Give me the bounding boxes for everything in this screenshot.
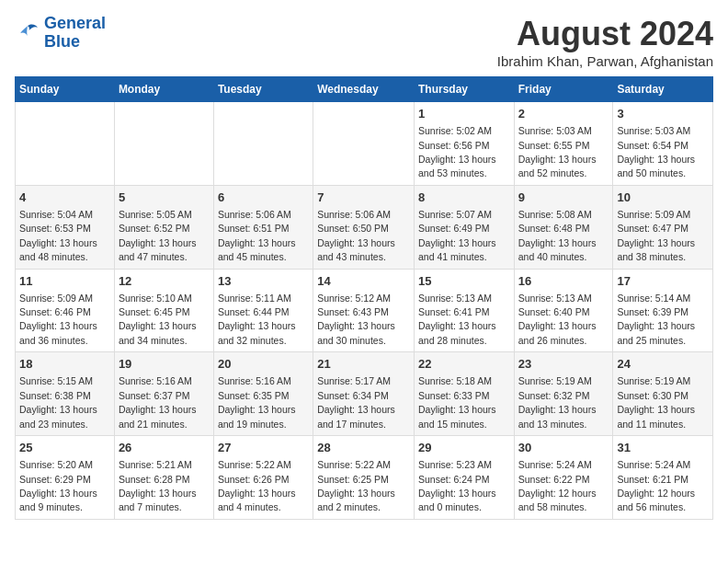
day-info: Sunrise: 5:20 AM Sunset: 6:29 PM Dayligh… [19, 459, 97, 512]
day-cell: 17Sunrise: 5:14 AM Sunset: 6:39 PM Dayli… [613, 269, 713, 352]
day-cell: 1Sunrise: 5:02 AM Sunset: 6:56 PM Daylig… [414, 102, 514, 186]
day-cell [16, 102, 115, 186]
day-number: 1 [418, 106, 510, 122]
day-info: Sunrise: 5:13 AM Sunset: 6:40 PM Dayligh… [518, 293, 597, 346]
day-number: 24 [617, 356, 709, 373]
day-cell: 7Sunrise: 5:06 AM Sunset: 6:50 PM Daylig… [313, 185, 415, 269]
day-cell: 21Sunrise: 5:17 AM Sunset: 6:34 PM Dayli… [313, 352, 415, 436]
header-cell-tuesday: Tuesday [213, 77, 313, 102]
day-number: 29 [418, 440, 510, 456]
day-number: 13 [218, 273, 309, 290]
calendar-body: 1Sunrise: 5:02 AM Sunset: 6:56 PM Daylig… [16, 102, 713, 520]
day-info: Sunrise: 5:22 AM Sunset: 6:25 PM Dayligh… [317, 459, 395, 512]
day-info: Sunrise: 5:17 AM Sunset: 6:34 PM Dayligh… [317, 375, 395, 429]
day-number: 6 [218, 190, 309, 206]
day-number: 9 [518, 190, 609, 206]
day-number: 5 [119, 190, 210, 206]
day-info: Sunrise: 5:22 AM Sunset: 6:26 PM Dayligh… [218, 459, 296, 512]
day-info: Sunrise: 5:23 AM Sunset: 6:24 PM Dayligh… [418, 459, 496, 512]
header-cell-monday: Monday [114, 77, 213, 102]
day-number: 21 [317, 356, 410, 373]
week-row-3: 11Sunrise: 5:09 AM Sunset: 6:46 PM Dayli… [16, 269, 713, 352]
week-row-5: 25Sunrise: 5:20 AM Sunset: 6:29 PM Dayli… [16, 436, 713, 520]
day-cell: 6Sunrise: 5:06 AM Sunset: 6:51 PM Daylig… [213, 185, 313, 269]
header-cell-wednesday: Wednesday [313, 77, 415, 102]
day-info: Sunrise: 5:04 AM Sunset: 6:53 PM Dayligh… [19, 209, 97, 262]
day-cell: 23Sunrise: 5:19 AM Sunset: 6:32 PM Dayli… [514, 352, 613, 436]
page-header: General Blue August 2024 Ibrahim Khan, P… [15, 15, 713, 69]
day-cell: 19Sunrise: 5:16 AM Sunset: 6:37 PM Dayli… [114, 352, 213, 436]
day-cell: 22Sunrise: 5:18 AM Sunset: 6:33 PM Dayli… [414, 352, 514, 436]
day-number: 30 [518, 440, 609, 456]
day-cell: 13Sunrise: 5:11 AM Sunset: 6:44 PM Dayli… [213, 269, 313, 352]
logo-line1: General [44, 14, 106, 32]
day-number: 3 [617, 106, 709, 122]
day-number: 8 [418, 190, 510, 206]
day-cell: 16Sunrise: 5:13 AM Sunset: 6:40 PM Dayli… [514, 269, 613, 352]
day-info: Sunrise: 5:19 AM Sunset: 6:30 PM Dayligh… [617, 375, 695, 429]
header-cell-saturday: Saturday [613, 77, 713, 102]
day-info: Sunrise: 5:03 AM Sunset: 6:55 PM Dayligh… [518, 125, 597, 178]
day-info: Sunrise: 5:14 AM Sunset: 6:39 PM Dayligh… [617, 293, 695, 346]
day-number: 7 [317, 190, 410, 206]
header-row: SundayMondayTuesdayWednesdayThursdayFrid… [16, 77, 713, 102]
day-info: Sunrise: 5:16 AM Sunset: 6:35 PM Dayligh… [218, 375, 296, 429]
day-info: Sunrise: 5:09 AM Sunset: 6:47 PM Dayligh… [617, 209, 695, 262]
day-cell [114, 102, 213, 186]
day-cell [213, 102, 313, 186]
day-number: 19 [119, 356, 210, 373]
day-cell: 20Sunrise: 5:16 AM Sunset: 6:35 PM Dayli… [213, 352, 313, 436]
day-info: Sunrise: 5:03 AM Sunset: 6:54 PM Dayligh… [617, 125, 695, 178]
day-info: Sunrise: 5:06 AM Sunset: 6:50 PM Dayligh… [317, 209, 395, 262]
day-cell: 27Sunrise: 5:22 AM Sunset: 6:26 PM Dayli… [213, 436, 313, 520]
day-info: Sunrise: 5:11 AM Sunset: 6:44 PM Dayligh… [218, 293, 296, 346]
header-cell-sunday: Sunday [16, 77, 115, 102]
header-cell-friday: Friday [514, 77, 613, 102]
week-row-2: 4Sunrise: 5:04 AM Sunset: 6:53 PM Daylig… [16, 185, 713, 269]
day-number: 12 [119, 273, 210, 290]
day-number: 31 [617, 440, 709, 456]
day-cell: 4Sunrise: 5:04 AM Sunset: 6:53 PM Daylig… [16, 185, 115, 269]
day-number: 15 [418, 273, 510, 290]
day-number: 2 [518, 106, 609, 122]
day-info: Sunrise: 5:13 AM Sunset: 6:41 PM Dayligh… [418, 293, 496, 346]
day-info: Sunrise: 5:15 AM Sunset: 6:38 PM Dayligh… [19, 375, 97, 429]
day-info: Sunrise: 5:18 AM Sunset: 6:33 PM Dayligh… [418, 375, 496, 429]
day-cell: 29Sunrise: 5:23 AM Sunset: 6:24 PM Dayli… [414, 436, 514, 520]
day-cell: 24Sunrise: 5:19 AM Sunset: 6:30 PM Dayli… [613, 352, 713, 436]
calendar-title: August 2024 [497, 15, 713, 53]
calendar-table: SundayMondayTuesdayWednesdayThursdayFrid… [15, 76, 713, 520]
logo: General Blue [15, 15, 106, 52]
day-info: Sunrise: 5:10 AM Sunset: 6:45 PM Dayligh… [119, 293, 197, 346]
day-info: Sunrise: 5:24 AM Sunset: 6:21 PM Dayligh… [617, 459, 695, 512]
day-info: Sunrise: 5:19 AM Sunset: 6:32 PM Dayligh… [518, 375, 597, 429]
day-cell: 3Sunrise: 5:03 AM Sunset: 6:54 PM Daylig… [613, 102, 713, 186]
day-info: Sunrise: 5:24 AM Sunset: 6:22 PM Dayligh… [518, 459, 597, 512]
logo-icon [15, 20, 40, 46]
day-number: 28 [317, 440, 410, 456]
day-number: 18 [19, 356, 110, 373]
day-cell: 25Sunrise: 5:20 AM Sunset: 6:29 PM Dayli… [16, 436, 115, 520]
logo-line2: Blue [44, 32, 80, 51]
day-cell: 18Sunrise: 5:15 AM Sunset: 6:38 PM Dayli… [16, 352, 115, 436]
day-number: 20 [218, 356, 309, 373]
week-row-1: 1Sunrise: 5:02 AM Sunset: 6:56 PM Daylig… [16, 102, 713, 186]
day-cell: 26Sunrise: 5:21 AM Sunset: 6:28 PM Dayli… [114, 436, 213, 520]
day-number: 25 [19, 440, 110, 456]
day-info: Sunrise: 5:21 AM Sunset: 6:28 PM Dayligh… [119, 459, 197, 512]
day-number: 22 [418, 356, 510, 373]
logo-text: General Blue [44, 15, 106, 52]
day-info: Sunrise: 5:05 AM Sunset: 6:52 PM Dayligh… [119, 209, 197, 262]
day-number: 4 [19, 190, 110, 206]
title-area: August 2024 Ibrahim Khan, Parwan, Afghan… [497, 15, 713, 69]
day-cell: 10Sunrise: 5:09 AM Sunset: 6:47 PM Dayli… [613, 185, 713, 269]
day-number: 14 [317, 273, 410, 290]
day-cell: 8Sunrise: 5:07 AM Sunset: 6:49 PM Daylig… [414, 185, 514, 269]
day-cell: 31Sunrise: 5:24 AM Sunset: 6:21 PM Dayli… [613, 436, 713, 520]
day-number: 26 [119, 440, 210, 456]
week-row-4: 18Sunrise: 5:15 AM Sunset: 6:38 PM Dayli… [16, 352, 713, 436]
day-cell: 12Sunrise: 5:10 AM Sunset: 6:45 PM Dayli… [114, 269, 213, 352]
day-cell: 30Sunrise: 5:24 AM Sunset: 6:22 PM Dayli… [514, 436, 613, 520]
day-number: 10 [617, 190, 709, 206]
calendar-subtitle: Ibrahim Khan, Parwan, Afghanistan [497, 53, 713, 69]
